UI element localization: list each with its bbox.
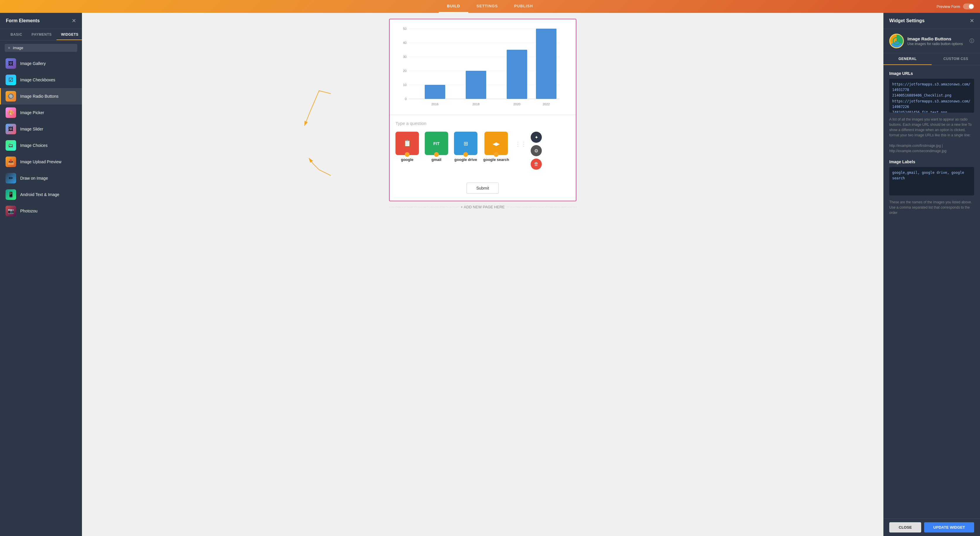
chart-section: 50 40 30 20 10 0 2016: [390, 19, 576, 115]
sidebar-item-label: Image Choices: [20, 143, 48, 148]
sidebar-item-image-choices[interactable]: 🗂 Image Choices: [0, 137, 82, 154]
image-option-google[interactable]: 📋 google: [395, 132, 419, 162]
add-page-label[interactable]: + ADD NEW PAGE HERE: [461, 205, 504, 209]
svg-text:30: 30: [403, 55, 407, 59]
add-page-bar[interactable]: + ADD NEW PAGE HERE: [389, 205, 576, 209]
submit-section: Submit: [390, 176, 576, 201]
sidebar-close-icon[interactable]: ✕: [72, 17, 76, 24]
image-label-gmail: gmail: [431, 157, 441, 162]
top-nav: BUILD SETTINGS PUBLISH Preview Form: [0, 0, 980, 13]
right-tab-custom-css[interactable]: CUSTOM CSS: [932, 53, 980, 65]
svg-text:⊞: ⊞: [464, 141, 468, 147]
question-placeholder: Type a question: [395, 121, 570, 126]
image-picker-icon: 🎨: [6, 107, 16, 118]
sidebar-item-label: Android Text & Image: [20, 192, 59, 197]
update-widget-button[interactable]: UPDATE WIDGET: [924, 522, 974, 533]
image-option-search[interactable]: ◀▶ google search: [483, 132, 509, 162]
search-input[interactable]: [13, 46, 74, 50]
image-label-google: google: [401, 157, 414, 162]
image-radio-section: Type a question 📋 google: [390, 115, 576, 176]
tab-publish[interactable]: PUBLISH: [506, 0, 541, 13]
sidebar-tab-widgets[interactable]: WIDGETS: [56, 29, 82, 40]
sidebar-item-draw-image[interactable]: ✏ Draw on Image: [0, 170, 82, 186]
settings-button[interactable]: ⚙: [531, 145, 542, 156]
right-sidebar-content: Image URLs https://jotformapps.s3.amazon…: [883, 65, 980, 519]
widget-info: Image Radio Buttons Use images for radio…: [883, 29, 980, 53]
sidebar-item-image-gallery[interactable]: 🖼 Image Gallery: [0, 55, 82, 72]
drive-thumb: ⊞: [454, 132, 477, 155]
sidebar-item-image-slider[interactable]: 🖼 Image Slider: [0, 121, 82, 137]
radio-dot-google: [405, 152, 409, 157]
sidebar-item-android-text[interactable]: 📱 Android Text & Image: [0, 186, 82, 203]
add-page-line-left: [389, 207, 458, 207]
svg-text:2022: 2022: [542, 102, 550, 106]
svg-point-28: [893, 38, 900, 44]
image-label-search: google search: [483, 157, 509, 162]
info-icon[interactable]: ⓘ: [969, 38, 974, 44]
image-label-drive: google drive: [454, 157, 477, 162]
image-upload-icon: 📤: [6, 157, 16, 167]
sidebar-item-photozou[interactable]: 📷 Photozou: [0, 203, 82, 219]
image-urls-input[interactable]: https://jotformapps.s3.amazonaws.com/149…: [889, 79, 974, 113]
sidebar-tab-payments[interactable]: PAYMENTS: [27, 29, 56, 40]
svg-text:20: 20: [403, 69, 407, 73]
search-bar[interactable]: ✕: [5, 44, 77, 52]
right-tab-general[interactable]: GENERAL: [883, 53, 932, 65]
sidebar-item-label: Photozou: [20, 209, 37, 213]
image-option-gmail[interactable]: FIT gmail: [425, 132, 448, 162]
svg-text:10: 10: [403, 83, 407, 87]
radio-dot-gmail: [434, 152, 439, 157]
draw-image-icon: ✏: [6, 173, 16, 184]
image-radio-icon: 🔘: [6, 91, 16, 101]
photozou-icon: 📷: [6, 206, 16, 216]
svg-text:40: 40: [403, 41, 407, 44]
image-urls-desc: A list of all the images you want to app…: [889, 117, 974, 154]
widget-icon: [889, 34, 904, 48]
sidebar-item-image-radio[interactable]: 🔘 Image Radio Buttons: [0, 88, 82, 105]
sidebar-item-image-picker[interactable]: 🎨 Image Picker: [0, 105, 82, 121]
add-page-line-right: [507, 207, 576, 207]
sidebar-tab-basic[interactable]: BASIC: [6, 29, 27, 40]
svg-text:2020: 2020: [514, 102, 520, 106]
image-options: 📋 google FIT: [395, 132, 509, 162]
svg-text:◀▶: ◀▶: [493, 141, 500, 146]
right-sidebar-footer: CLOSE UPDATE WIDGET: [883, 519, 980, 536]
search-clear-icon[interactable]: ✕: [8, 46, 11, 50]
image-labels-input[interactable]: google,gmail, google drive, google searc…: [889, 167, 974, 195]
svg-text:FIT: FIT: [434, 141, 440, 146]
right-sidebar: Widget Settings ✕ Image Radio Buttons Us…: [883, 13, 980, 536]
image-checkboxes-icon: ☑: [6, 75, 16, 85]
close-button[interactable]: CLOSE: [889, 522, 921, 533]
right-sidebar-close-icon[interactable]: ✕: [970, 17, 974, 24]
android-text-icon: 📱: [6, 189, 16, 200]
preview-toggle[interactable]: [963, 3, 974, 10]
tab-settings[interactable]: SETTINGS: [468, 0, 506, 13]
svg-text:2018: 2018: [473, 102, 479, 106]
submit-button[interactable]: Submit: [466, 182, 499, 194]
action-buttons: ✦ ⚙ 🗑: [531, 132, 542, 170]
search-thumb: ◀▶: [484, 132, 508, 155]
form-container: 50 40 30 20 10 0 2016: [389, 19, 576, 201]
sidebar-item-label: Draw on Image: [20, 176, 48, 181]
bar-chart: 50 40 30 20 10 0 2016: [401, 24, 565, 112]
sidebar-tabs: BASIC PAYMENTS WIDGETS: [0, 29, 82, 40]
svg-text:2016: 2016: [431, 102, 439, 106]
right-sidebar-title: Widget Settings: [889, 18, 925, 24]
image-choices-icon: 🗂: [6, 140, 16, 151]
sidebar-item-label: Image Picker: [20, 110, 44, 115]
svg-text:0: 0: [405, 97, 407, 101]
delete-button[interactable]: 🗑: [531, 159, 542, 170]
sidebar-item-label: Image Upload Preview: [20, 159, 62, 164]
image-slider-icon: 🖼: [6, 124, 16, 134]
svg-rect-12: [425, 85, 445, 99]
sidebar-item-image-checkboxes[interactable]: ☑ Image Checkboxes: [0, 72, 82, 88]
image-urls-label: Image URLs: [889, 71, 974, 76]
sidebar-item-image-upload[interactable]: 📤 Image Upload Preview: [0, 154, 82, 170]
image-option-drive[interactable]: ⊞ google drive: [454, 132, 477, 162]
tab-build[interactable]: BUILD: [439, 0, 468, 13]
magic-wand-button[interactable]: ✦: [531, 132, 542, 143]
image-labels-label: Image Labels: [889, 159, 974, 164]
sidebar-item-label: Image Slider: [20, 127, 43, 132]
svg-text:📋: 📋: [403, 139, 412, 147]
nav-right: Preview Form: [937, 3, 974, 10]
